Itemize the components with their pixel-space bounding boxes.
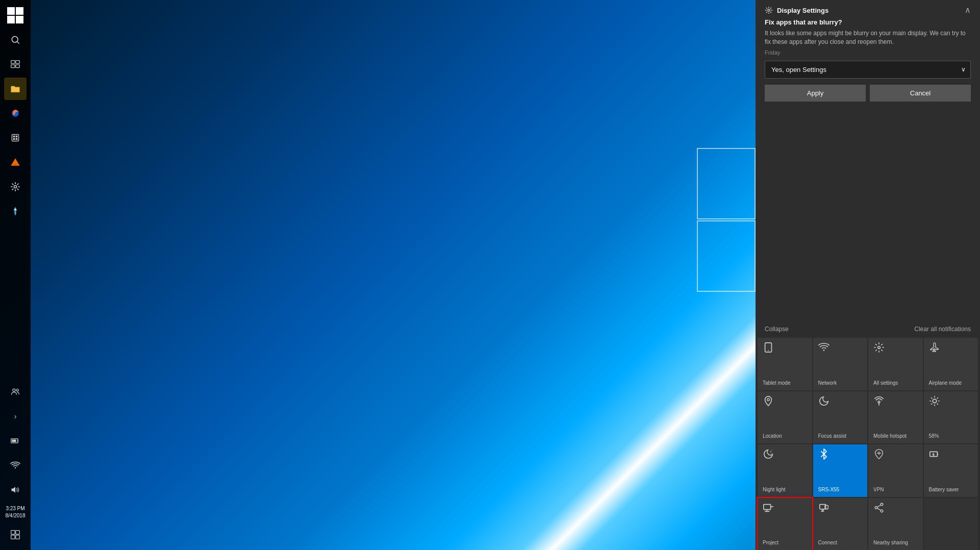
airplane-mode-label: Airplane mode bbox=[929, 380, 962, 386]
svg-rect-10 bbox=[13, 138, 15, 140]
vlc-icon bbox=[10, 157, 20, 167]
date: 8/4/2018 bbox=[6, 512, 26, 519]
cancel-button[interactable]: Cancel bbox=[870, 85, 971, 102]
collapse-bar: Collapse Clear all notifications bbox=[756, 320, 980, 338]
svg-rect-9 bbox=[16, 136, 17, 137]
quick-tile-mobile-hotspot[interactable]: Mobile hotspot bbox=[868, 391, 923, 443]
vlc-button[interactable] bbox=[4, 151, 27, 173]
location-label: Location bbox=[763, 433, 782, 439]
quick-tile-connect[interactable]: Connect bbox=[813, 498, 868, 550]
fix-blurry-dropdown-wrapper: Yes, open Settings No ∨ bbox=[765, 61, 971, 79]
firefox-button[interactable] bbox=[4, 102, 27, 124]
bluetooth-icon bbox=[818, 448, 830, 460]
taskbar-bottom: › bbox=[0, 381, 31, 546]
battery-status[interactable] bbox=[4, 430, 27, 452]
store-icon bbox=[10, 133, 20, 143]
clock[interactable]: 3:23 PM 8/4/2018 bbox=[6, 503, 26, 521]
svg-point-36 bbox=[772, 453, 772, 454]
svg-rect-4 bbox=[11, 65, 15, 68]
svg-point-52 bbox=[881, 510, 883, 512]
file-explorer-button[interactable] bbox=[4, 78, 27, 100]
quick-tile-network[interactable]: Network bbox=[813, 338, 868, 390]
expand-icon: › bbox=[14, 412, 17, 420]
time: 3:23 PM bbox=[6, 505, 26, 512]
svg-line-1 bbox=[17, 42, 19, 44]
fix-blurry-dropdown[interactable]: Yes, open Settings No bbox=[765, 61, 971, 79]
battery-saver-label: Battery saver bbox=[929, 487, 959, 493]
svg-line-55 bbox=[877, 508, 881, 510]
notification-body: Fix apps that are blurry? It looks like … bbox=[756, 18, 980, 109]
svg-rect-23 bbox=[16, 531, 20, 535]
quick-tile-airplane-mode[interactable]: Airplane mode bbox=[924, 338, 978, 390]
svg-point-28 bbox=[768, 350, 769, 351]
people-button[interactable] bbox=[4, 381, 27, 403]
notification-center-button[interactable] bbox=[4, 523, 27, 546]
quick-tile-night-light[interactable]: Night light bbox=[758, 444, 812, 496]
rocket-button[interactable] bbox=[4, 200, 27, 222]
settings-button[interactable] bbox=[4, 176, 27, 198]
quick-tile-all-settings[interactable]: All settings bbox=[868, 338, 923, 390]
tablet-mode-label: Tablet mode bbox=[763, 380, 790, 386]
apply-button[interactable]: Apply bbox=[765, 85, 866, 102]
focus-assist-label: Focus assist bbox=[818, 433, 847, 439]
quick-actions-grid: Tablet mode Network All settings bbox=[756, 338, 980, 550]
start-button[interactable] bbox=[4, 4, 27, 27]
quick-tile-tablet-mode[interactable]: Tablet mode bbox=[758, 338, 812, 390]
display-outline-2 bbox=[697, 220, 756, 292]
taskbar: › bbox=[0, 0, 31, 550]
collapse-link[interactable]: Collapse bbox=[765, 326, 789, 333]
quick-tile-empty bbox=[924, 498, 978, 550]
volume-status[interactable] bbox=[4, 479, 27, 501]
clear-all-link[interactable]: Clear all notifications bbox=[914, 326, 971, 333]
quick-tile-project[interactable]: Project bbox=[758, 498, 812, 550]
search-button[interactable] bbox=[4, 29, 27, 51]
task-view-button[interactable] bbox=[4, 53, 27, 76]
svg-point-20 bbox=[15, 467, 16, 469]
quick-tile-brightness[interactable]: 58% bbox=[924, 391, 978, 443]
all-settings-label: All settings bbox=[873, 380, 898, 386]
quick-tile-nearby-sharing[interactable]: Nearby sharing bbox=[868, 498, 923, 550]
svg-rect-19 bbox=[12, 440, 16, 442]
connect-icon bbox=[818, 502, 830, 513]
tablet-mode-icon bbox=[763, 342, 774, 353]
store-button[interactable] bbox=[4, 127, 27, 149]
expand-button[interactable]: › bbox=[4, 405, 27, 428]
focus-assist-icon bbox=[818, 395, 830, 407]
volume-icon bbox=[10, 485, 20, 495]
svg-rect-13 bbox=[14, 164, 17, 165]
svg-point-0 bbox=[12, 36, 18, 42]
network-tile-icon bbox=[818, 342, 830, 353]
quick-tile-location[interactable]: Location bbox=[758, 391, 812, 443]
notification-question: Fix apps that are blurry? bbox=[765, 18, 971, 26]
notification-center-icon bbox=[10, 530, 20, 540]
mobile-hotspot-label: Mobile hotspot bbox=[873, 433, 907, 439]
svg-point-15 bbox=[14, 209, 16, 210]
svg-marker-21 bbox=[12, 487, 16, 493]
svg-point-51 bbox=[881, 503, 883, 506]
brightness-label: 58% bbox=[929, 433, 939, 439]
quick-tile-vpn[interactable]: VPN bbox=[868, 444, 923, 496]
location-icon bbox=[763, 395, 774, 407]
svg-rect-2 bbox=[11, 61, 15, 64]
quick-tile-battery-saver[interactable]: Battery saver bbox=[924, 444, 978, 496]
quick-tile-focus-assist[interactable]: Focus assist bbox=[813, 391, 868, 443]
notification-timestamp: Friday bbox=[765, 49, 971, 56]
battery-saver-icon bbox=[929, 448, 940, 460]
vpn-label: VPN bbox=[873, 487, 884, 493]
svg-rect-42 bbox=[764, 504, 771, 509]
project-icon bbox=[763, 502, 774, 513]
network-status[interactable] bbox=[4, 454, 27, 477]
display-settings-header: Display Settings ∧ bbox=[756, 0, 980, 14]
display-outline-1 bbox=[697, 148, 756, 219]
svg-rect-11 bbox=[16, 138, 17, 140]
notification-close-button[interactable]: ∧ bbox=[965, 6, 971, 14]
svg-rect-48 bbox=[824, 505, 827, 509]
airplane-mode-icon bbox=[929, 342, 940, 353]
notification-actions: Apply Cancel bbox=[765, 85, 971, 102]
display-settings-title: Display Settings bbox=[777, 7, 828, 14]
quick-tile-bluetooth[interactable]: SRS-X55 bbox=[813, 444, 868, 496]
svg-rect-3 bbox=[16, 61, 20, 64]
svg-point-29 bbox=[823, 349, 824, 351]
nearby-sharing-label: Nearby sharing bbox=[873, 540, 908, 546]
svg-point-17 bbox=[16, 389, 18, 391]
